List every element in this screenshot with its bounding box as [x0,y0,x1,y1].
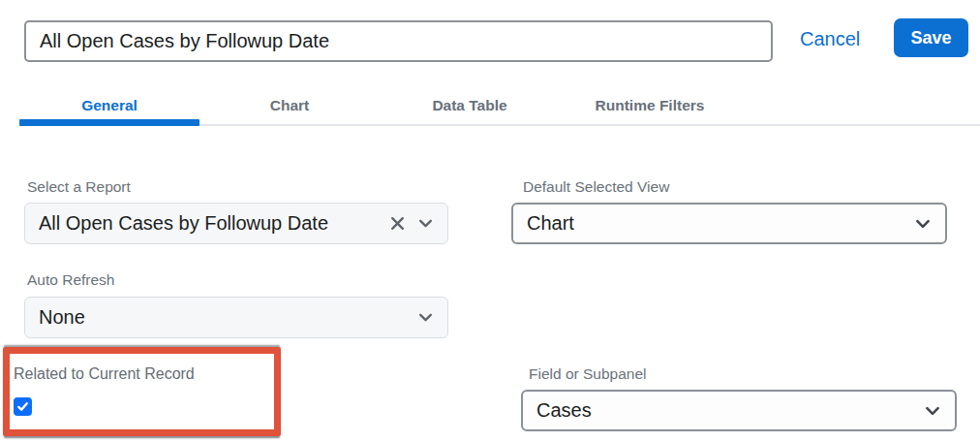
chevron-down-icon [924,402,941,420]
select-a-report-dropdown[interactable]: All Open Cases by Followup Date [24,203,448,244]
select-a-report-label: Select a Report [27,178,131,196]
tab-data-table[interactable]: Data Table [380,93,560,118]
default-selected-view-controls [914,215,932,233]
auto-refresh-dropdown[interactable]: None [24,297,448,338]
auto-refresh-value: None [39,306,417,329]
checkmark-icon [16,400,29,413]
related-to-current-record-label: Related to Current Record [14,365,195,383]
cancel-button[interactable]: Cancel [794,24,866,54]
default-selected-view-label: Default Selected View [523,178,669,196]
field-or-subpanel-value: Cases [536,399,924,422]
chevron-down-icon [914,215,932,233]
field-or-subpanel-label: Field or Subpanel [529,365,647,383]
select-a-report-value: All Open Cases by Followup Date [39,212,389,235]
select-a-report-controls [389,215,434,232]
related-to-current-record-checkbox[interactable] [14,397,32,416]
chevron-down-icon[interactable] [417,215,434,232]
default-selected-view-dropdown[interactable]: Chart [511,203,947,244]
auto-refresh-controls [417,309,434,326]
save-button[interactable]: Save [894,18,968,57]
default-selected-view-value: Chart [527,212,914,235]
dashlet-title-input[interactable] [24,20,773,62]
field-or-subpanel-controls [924,402,941,420]
dashlet-config-panel: Cancel Save General Chart Data Table Run… [0,0,980,442]
active-tab-indicator [19,119,199,126]
tab-runtime-filters[interactable]: Runtime Filters [560,93,740,118]
clear-icon[interactable] [389,215,406,232]
highlight-annotation-rectangle [3,347,281,436]
chevron-down-icon[interactable] [417,309,434,326]
field-or-subpanel-dropdown[interactable]: Cases [521,390,957,431]
auto-refresh-label: Auto Refresh [27,271,114,289]
tab-chart[interactable]: Chart [199,93,380,118]
tab-general[interactable]: General [19,93,199,118]
